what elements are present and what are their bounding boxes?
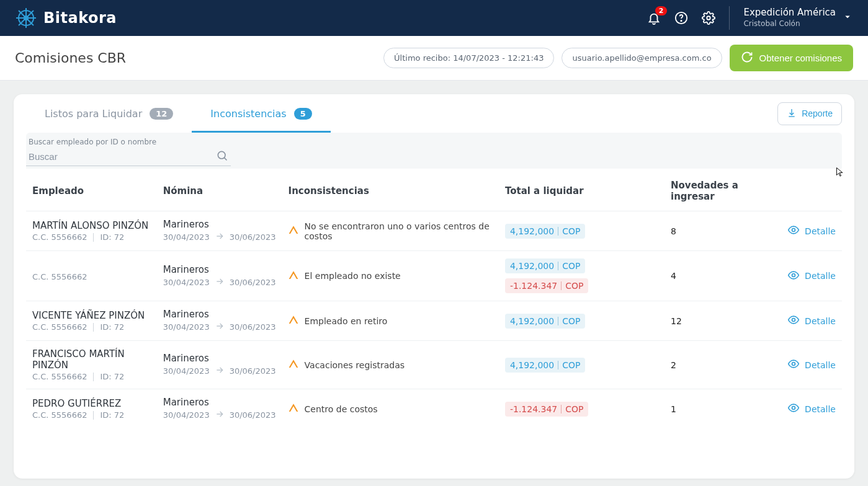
inconsistencies-table: Empleado Nómina Inconsistencias Total a … — [26, 169, 842, 428]
download-icon — [787, 108, 797, 120]
employee-cc: C.C. 5556662 — [32, 410, 87, 420]
payroll-from: 30/04/2023 — [163, 278, 210, 287]
account-user: Cristobal Colón — [743, 19, 836, 29]
tabs-row: Listos para Liquidar 12 Inconsistencias … — [14, 94, 854, 133]
tab-inconsistencies-label: Inconsistencias — [210, 108, 286, 120]
arrow-right-icon — [215, 321, 225, 333]
novedades-count: 2 — [664, 341, 781, 389]
search-bar: Buscar empleado por ID o nombre — [26, 133, 842, 169]
svg-rect-14 — [293, 277, 293, 278]
detail-label: Detalle — [805, 226, 836, 236]
employee-name: FRANCISCO MARTÍN PINZÓN — [32, 348, 151, 371]
detail-label: Detalle — [805, 360, 836, 370]
tab-inconsistencies-count: 5 — [294, 108, 312, 120]
svg-rect-23 — [293, 410, 293, 410]
report-button[interactable]: Reporte — [777, 102, 842, 125]
help-button[interactable] — [674, 11, 688, 25]
col-novedades: Novedades a ingresar — [664, 169, 781, 211]
top-actions: 2 Expedición América Cristobal Colón — [647, 6, 853, 30]
table-row: C.C. 5556662Marineros30/04/202330/06/202… — [26, 251, 842, 301]
svg-point-7 — [681, 20, 682, 21]
novedades-count: 8 — [664, 211, 781, 251]
amount-chip: 4,192,000COP — [505, 224, 586, 239]
payroll-to: 30/06/2023 — [230, 366, 276, 376]
novedades-count: 12 — [664, 301, 781, 341]
inconsistency-text: Centro de costos — [305, 404, 378, 414]
get-commissions-label: Obtener comisiones — [759, 53, 842, 63]
payroll-group: Marineros — [163, 264, 276, 275]
amount-chip-negative: -1.124.347COP — [505, 402, 589, 417]
tab-ready[interactable]: Listos para Liquidar 12 — [26, 94, 192, 133]
payroll-group: Marineros — [163, 219, 276, 230]
col-nomina: Nómina — [157, 169, 282, 211]
amount-chip: 4,192,000COP — [505, 314, 586, 329]
payroll-to: 30/06/2023 — [230, 232, 276, 242]
employee-id: ID: 72 — [100, 410, 124, 420]
user-email-pill: usuario.apellido@empresa.com.co — [562, 48, 722, 68]
detail-link[interactable]: Detalle — [787, 358, 836, 372]
payroll-group: Marineros — [163, 397, 276, 408]
employee-name: PEDRO GUTIÉRREZ — [32, 398, 151, 409]
detail-link[interactable]: Detalle — [787, 269, 836, 283]
brand-text: Bitakora — [43, 9, 117, 27]
svg-point-12 — [792, 229, 795, 232]
employee-cc: C.C. 5556662 — [32, 272, 87, 281]
tab-inconsistencies[interactable]: Inconsistencias 5 — [192, 94, 330, 133]
col-inconsistencias: Inconsistencias — [282, 169, 499, 211]
tab-ready-count: 12 — [150, 108, 173, 120]
account-menu[interactable]: Expedición América Cristobal Colón — [743, 7, 853, 29]
employee-cc: C.C. 5556662 — [32, 372, 87, 381]
employee-name: MARTÍN ALONSO PINZÓN — [32, 220, 151, 231]
svg-point-24 — [792, 407, 795, 410]
employee-cc: C.C. 5556662 — [32, 232, 87, 242]
inconsistency-text: Vacaciones registradas — [305, 360, 405, 370]
svg-rect-20 — [293, 366, 293, 366]
warning-icon — [289, 225, 298, 237]
warning-icon — [289, 270, 298, 282]
settings-button[interactable] — [702, 11, 715, 25]
payroll-from: 30/04/2023 — [163, 366, 210, 376]
warning-icon — [289, 315, 298, 327]
table-row: VICENTE YÁÑEZ PINZÓNC.C. 5556662ID: 72Ma… — [26, 301, 842, 341]
get-commissions-button[interactable]: Obtener comisiones — [730, 45, 853, 71]
arrow-right-icon — [215, 409, 225, 421]
search-icon[interactable] — [216, 149, 228, 164]
table-row: PEDRO GUTIÉRREZC.C. 5556662ID: 72Mariner… — [26, 389, 842, 429]
subheader: Comisiones CBR Último recibo: 14/07/2023… — [0, 36, 868, 81]
table-row: FRANCISCO MARTÍN PINZÓNC.C. 5556662ID: 7… — [26, 341, 842, 389]
amount-chip: 4,192,000COP — [505, 258, 586, 273]
eye-icon — [787, 358, 800, 372]
inconsistency-text: No se encontraron uno o varios centros d… — [305, 221, 493, 241]
search-input[interactable] — [29, 149, 216, 164]
search-label: Buscar empleado por ID o nombre — [26, 138, 842, 148]
detail-link[interactable]: Detalle — [787, 402, 836, 416]
last-receipt-pill: Último recibo: 14/07/2023 - 12:21:43 — [383, 48, 554, 68]
employee-cc: C.C. 5556662 — [32, 322, 87, 332]
arrow-right-icon — [215, 365, 225, 377]
tab-ready-label: Listos para Liquidar — [45, 108, 142, 120]
employee-id: ID: 72 — [100, 322, 124, 332]
employee-name: VICENTE YÁÑEZ PINZÓN — [32, 310, 151, 321]
detail-link[interactable]: Detalle — [787, 314, 836, 328]
topbar: Bitakora 2 Expedición América Cristobal … — [0, 0, 868, 36]
payroll-group: Marineros — [163, 353, 276, 364]
payroll-from: 30/04/2023 — [163, 322, 210, 332]
svg-rect-22 — [293, 407, 293, 409]
svg-rect-11 — [293, 232, 293, 232]
svg-point-8 — [707, 16, 711, 20]
payroll-from: 30/04/2023 — [163, 410, 210, 420]
eye-icon — [787, 402, 800, 416]
warning-icon — [289, 359, 298, 371]
refresh-icon — [741, 51, 753, 65]
page-title: Comisiones CBR — [15, 50, 126, 66]
detail-link[interactable]: Detalle — [787, 224, 836, 238]
col-empleado: Empleado — [26, 169, 157, 211]
payroll-from: 30/04/2023 — [163, 232, 210, 242]
employee-id: ID: 72 — [100, 232, 124, 242]
notifications-button[interactable]: 2 — [647, 11, 661, 25]
brand: Bitakora — [15, 7, 117, 29]
svg-point-18 — [792, 319, 795, 322]
svg-rect-13 — [293, 274, 293, 276]
arrow-right-icon — [215, 231, 225, 243]
novedades-count: 1 — [664, 389, 781, 429]
